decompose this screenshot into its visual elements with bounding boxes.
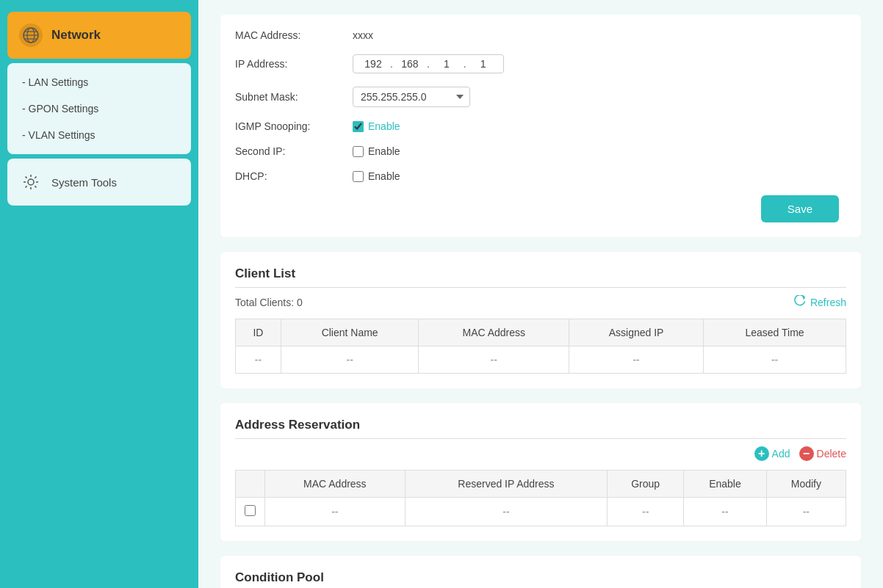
add-label: Add xyxy=(772,448,790,460)
ip-address-row: IP Address: . . . xyxy=(235,54,839,73)
subnet-mask-label: Subnet Mask: xyxy=(235,91,353,103)
sidebar-system-tools-label: System Tools xyxy=(51,176,117,189)
subnet-mask-row: Subnet Mask: 255.255.255.0 255.255.0.0 2… xyxy=(235,87,839,107)
row-modify: -- xyxy=(766,498,846,526)
client-list-toolbar: Total Clients: 0 Refresh xyxy=(235,295,846,310)
address-reservation-row: -- -- -- -- -- xyxy=(236,498,846,526)
address-reservation-title: Address Reservation xyxy=(235,418,846,439)
mac-address-label: MAC Address: xyxy=(235,29,353,41)
second-ip-label: Second IP: xyxy=(235,145,353,157)
ip-sep-3: . xyxy=(464,58,466,70)
client-name: -- xyxy=(281,346,419,374)
col-id: ID xyxy=(236,319,281,346)
add-icon: + xyxy=(754,446,769,461)
client-list-table: ID Client Name MAC Address Assigned IP L… xyxy=(235,319,846,374)
address-reservation-table: MAC Address Reserved IP Address Group En… xyxy=(235,470,846,526)
row-checkbox-cell[interactable] xyxy=(236,498,265,526)
col-assigned-ip: Assigned IP xyxy=(569,319,704,346)
form-section: MAC Address: xxxx IP Address: . . . Subn… xyxy=(220,15,861,237)
col-leased-time: Leased Time xyxy=(704,319,846,346)
ip-octet1[interactable] xyxy=(359,58,387,70)
delete-icon: − xyxy=(799,446,814,461)
ip-octet3[interactable] xyxy=(433,58,461,70)
col-mac-address: MAC Address xyxy=(419,319,569,346)
client-id: -- xyxy=(236,346,281,374)
mac-address-value: xxxx xyxy=(353,29,373,41)
col-modify: Modify xyxy=(766,471,846,498)
network-icon xyxy=(19,23,43,47)
client-assigned-ip: -- xyxy=(569,346,704,374)
client-list-title: Client List xyxy=(235,266,846,288)
second-ip-enable-text: Enable xyxy=(368,145,400,157)
dhcp-row: DHCP: Enable xyxy=(235,170,839,182)
row-checkbox[interactable] xyxy=(245,505,256,516)
refresh-label: Refresh xyxy=(810,297,846,308)
ip-input-group: . . . xyxy=(353,54,504,73)
add-button[interactable]: + Add xyxy=(754,446,790,461)
client-mac: -- xyxy=(419,346,569,374)
ip-octet4[interactable] xyxy=(469,58,497,70)
sidebar-item-lan-settings[interactable]: - LAN Settings xyxy=(7,69,191,95)
save-btn-row: Save xyxy=(235,195,839,222)
sidebar-item-gpon-settings[interactable]: - GPON Settings xyxy=(7,95,191,122)
col-enable: Enable xyxy=(684,471,767,498)
row-group: -- xyxy=(608,498,684,526)
system-tools-icon xyxy=(19,170,43,194)
sidebar-network-label: Network xyxy=(51,28,101,43)
second-ip-enable-checkbox[interactable] xyxy=(353,146,364,157)
dhcp-enable-text: Enable xyxy=(368,170,400,182)
client-leased-time: -- xyxy=(704,346,846,374)
row-reserved-ip: -- xyxy=(405,498,608,526)
col-client-name: Client Name xyxy=(281,319,419,346)
svg-point-5 xyxy=(28,179,34,185)
address-reservation-section: Address Reservation + Add − Delete MAC A… xyxy=(220,403,861,541)
sidebar-submenu-network: - LAN Settings - GPON Settings - VLAN Se… xyxy=(7,63,191,154)
save-button[interactable]: Save xyxy=(761,195,839,222)
sidebar: Network - LAN Settings - GPON Settings -… xyxy=(0,0,198,588)
dhcp-label: DHCP: xyxy=(235,170,353,182)
refresh-button[interactable]: Refresh xyxy=(794,295,846,310)
client-list-row: -- -- -- -- -- xyxy=(236,346,846,374)
delete-label: Delete xyxy=(817,448,846,460)
second-ip-enable-label[interactable]: Enable xyxy=(353,145,400,157)
second-ip-row: Second IP: Enable xyxy=(235,145,839,157)
total-clients-label: Total Clients: 0 xyxy=(235,297,303,308)
delete-button[interactable]: − Delete xyxy=(799,446,846,461)
sidebar-item-vlan-settings[interactable]: - VLAN Settings xyxy=(7,122,191,148)
condition-pool-title: Condition Pool xyxy=(235,570,846,588)
col-checkbox xyxy=(236,471,265,498)
ip-sep-2: . xyxy=(427,58,430,70)
condition-pool-section: Condition Pool + Add − Delete xyxy=(220,556,861,588)
ip-octet2[interactable] xyxy=(396,58,424,70)
dhcp-enable-label[interactable]: Enable xyxy=(353,170,400,182)
igmp-snooping-row: IGMP Snooping: Enable xyxy=(235,120,839,132)
col-group: Group xyxy=(608,471,684,498)
main-content: MAC Address: xxxx IP Address: . . . Subn… xyxy=(198,0,883,588)
address-reservation-toolbar: + Add − Delete xyxy=(235,446,846,461)
ip-sep-1: . xyxy=(390,58,393,70)
mac-address-row: MAC Address: xxxx xyxy=(235,29,839,41)
ip-address-label: IP Address: xyxy=(235,58,353,70)
igmp-enable-label[interactable]: Enable xyxy=(353,120,400,132)
col-mac-addr: MAC Address xyxy=(265,471,406,498)
dhcp-enable-checkbox[interactable] xyxy=(353,171,364,182)
row-enable: -- xyxy=(684,498,767,526)
igmp-snooping-label: IGMP Snooping: xyxy=(235,120,353,132)
row-mac: -- xyxy=(265,498,406,526)
igmp-enable-checkbox[interactable] xyxy=(353,121,364,132)
refresh-icon xyxy=(794,295,806,310)
sidebar-item-network[interactable]: Network xyxy=(7,12,191,59)
client-list-section: Client List Total Clients: 0 Refresh ID … xyxy=(220,252,861,388)
subnet-mask-select[interactable]: 255.255.255.0 255.255.0.0 255.0.0.0 xyxy=(353,87,470,107)
igmp-enable-text: Enable xyxy=(368,120,400,132)
col-reserved-ip: Reserved IP Address xyxy=(405,471,608,498)
sidebar-item-system-tools[interactable]: System Tools xyxy=(7,159,191,206)
